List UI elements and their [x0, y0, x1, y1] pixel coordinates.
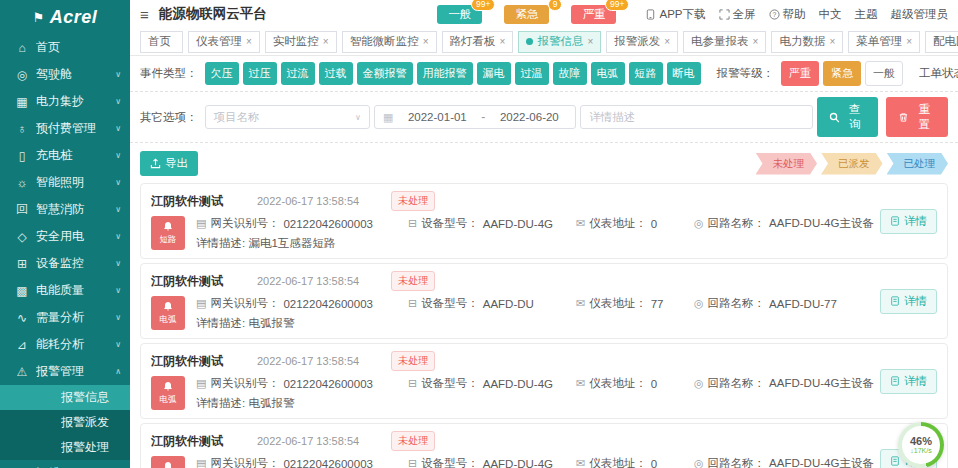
tab-menu-management[interactable]: 菜单管理× [848, 31, 920, 53]
user-menu[interactable]: 超级管理员 [891, 7, 949, 22]
alarm-count-pill[interactable]: 一般99+ [437, 5, 482, 24]
search-button[interactable]: 查询 [817, 97, 879, 137]
tab-close-icon[interactable]: × [753, 36, 759, 47]
tab-realtime-monitor[interactable]: 实时监控× [265, 31, 337, 53]
tab-power-data[interactable]: 电力数据× [771, 31, 843, 53]
sidebar-item-demand-analysis[interactable]: ∿ 需量分析 ∨ [0, 304, 130, 331]
sidebar-item-prepaid[interactable]: ♁ 预付费管理 ∨ [0, 115, 130, 142]
tab-close-icon[interactable]: × [323, 36, 329, 47]
event-type-tag[interactable]: 过流 [281, 62, 315, 85]
detail-button[interactable]: 详情 [880, 369, 937, 394]
tab-close-icon[interactable]: × [246, 36, 252, 47]
sidebar-item-label: 智能照明 [36, 174, 108, 191]
device-icon: ⊟ [408, 377, 417, 390]
date-range-picker[interactable]: ▦ - [374, 105, 576, 129]
tab-close-icon[interactable]: × [587, 36, 593, 47]
sidebar-item-charging-pile[interactable]: ▯ 充电桩 ∨ [0, 142, 130, 169]
sidebar-item-smart-lighting[interactable]: ☼ 智能照明 ∨ [0, 169, 130, 196]
detail-button[interactable]: 详情 [880, 289, 937, 314]
status-ribbon[interactable]: 未处理 [756, 153, 818, 175]
sidebar-item-alarm-dispatch[interactable]: 报警派发 [0, 410, 130, 435]
alarm-fields: ▤网关识别号：02122042600003 ⊟设备型号：AAFD-DU-4G ✉… [196, 376, 880, 411]
tab-streetlight-board[interactable]: 路灯看板× [442, 31, 514, 53]
status-ribbon[interactable]: 已处理 [887, 153, 949, 175]
tab-alarm-info[interactable]: 报警信息× [518, 31, 601, 53]
tab-close-icon[interactable]: × [423, 36, 429, 47]
alarm-level-tag[interactable]: 严重 [781, 61, 819, 86]
search-icon [829, 112, 840, 123]
gateway-field: ▤网关识别号：02122042600003 [196, 456, 408, 468]
performance-gauge[interactable]: 46% ↓17K/s [898, 422, 944, 468]
date-end-input[interactable] [491, 110, 567, 124]
event-type-tag[interactable]: 过载 [319, 62, 353, 85]
chevron-icon: ∨ [115, 70, 121, 79]
circuit-name-value: AAFD-DU-4G主设备 [769, 216, 874, 231]
reset-button[interactable]: 重置 [886, 97, 948, 137]
export-button[interactable]: 导出 [140, 151, 198, 176]
tab-eparam-report[interactable]: 电参量报表× [683, 31, 766, 53]
sidebar-item-icon: ⊿ [15, 338, 29, 352]
menu-toggle-icon[interactable]: ≡ [140, 6, 149, 23]
help-link[interactable]: ? 帮助 [769, 7, 806, 22]
tab-home[interactable]: 首页 [140, 31, 183, 53]
sidebar-item-alarm-info[interactable]: 报警信息 [0, 385, 130, 410]
tab-close-icon[interactable]: × [829, 36, 835, 47]
alarm-card-body: 电弧 ▤网关识别号：02122042600003 ⊟设备型号：AAFD-DU-4… [151, 376, 880, 411]
tab-distribution-diagram[interactable]: 配电图× [925, 31, 958, 53]
event-type-tag[interactable]: 金额报警 [357, 62, 413, 85]
sidebar-item-safe-power[interactable]: ◇ 安全用电 ∨ [0, 223, 130, 250]
sidebar-item-alarm-handle[interactable]: 报警处理 [0, 435, 130, 460]
sidebar-item-ops-management[interactable]: ⚒ 运维管理 ∨ [0, 460, 130, 468]
tab-smart-breaker-monitor[interactable]: 智能微断监控× [342, 31, 437, 53]
event-type-tag[interactable]: 欠压 [205, 62, 239, 85]
app-download-link[interactable]: APP下载 [645, 7, 705, 22]
gateway-value: 02122042600003 [283, 298, 373, 310]
sidebar-item-label: 智慧消防 [36, 201, 108, 218]
sidebar-item-label: 报警派发 [61, 414, 114, 431]
event-type-tag[interactable]: 短路 [629, 62, 663, 85]
event-type-tag[interactable]: 过压 [243, 62, 277, 85]
sidebar-item-label: 报警管理 [36, 363, 108, 380]
alarm-type-label: 电弧 [160, 314, 177, 326]
chevron-icon: ∨ [115, 232, 121, 241]
detail-desc-input[interactable] [580, 105, 812, 129]
sidebar-item-alarm-management[interactable]: ⚠ 报警管理 ∧ [0, 358, 130, 385]
sidebar-item-cockpit[interactable]: ◎ 驾驶舱 ∨ [0, 61, 130, 88]
tab-alarm-dispatch[interactable]: 报警派发× [606, 31, 678, 53]
alarm-level-tag[interactable]: 一般 [865, 61, 903, 86]
sidebar-item-smart-fire[interactable]: 回 智慧消防 ∨ [0, 196, 130, 223]
tab-close-icon[interactable]: × [906, 36, 912, 47]
language-switcher[interactable]: 中文 [819, 7, 842, 22]
alarm-count-pill[interactable]: 严重99+ [571, 5, 616, 24]
event-type-tag[interactable]: 漏电 [477, 62, 511, 85]
alarm-type-label: 电弧 [160, 394, 177, 406]
project-select[interactable]: 项目名称 ∨ [205, 105, 370, 129]
event-type-tag[interactable]: 用能报警 [417, 62, 473, 85]
sidebar-item-home[interactable]: ⌂ 首页 [0, 34, 130, 61]
sidebar-item-device-monitor[interactable]: ⊞ 设备监控 ∨ [0, 250, 130, 277]
sidebar-item-energy-analysis[interactable]: ⊿ 能耗分析 ∨ [0, 331, 130, 358]
fullscreen-link[interactable]: 全屏 [719, 7, 756, 22]
theme-switcher[interactable]: 主题 [855, 7, 878, 22]
sidebar-item-power-quality[interactable]: ▩ 电能质量 ∨ [0, 277, 130, 304]
date-start-input[interactable] [399, 110, 475, 124]
device-icon: ⊟ [408, 217, 417, 230]
status-ribbon[interactable]: 已派发 [821, 153, 883, 175]
tab-meter-management[interactable]: 仪表管理× [188, 31, 260, 53]
detail-button[interactable]: 详情 [880, 209, 937, 234]
app-root: ⚑ Acrel ⌂ 首页 ◎ 驾驶舱 ∨ ▦ 电力集抄 ∨ ♁ 预付 [0, 0, 958, 468]
alarm-count-pill[interactable]: 紧急9 [504, 5, 549, 24]
event-type-tag[interactable]: 过温 [515, 62, 549, 85]
gauge-percent: 46% [910, 436, 932, 448]
tab-close-icon[interactable]: × [664, 36, 670, 47]
alarm-level-tag[interactable]: 紧急 [823, 61, 861, 86]
tab-label: 电力数据 [779, 34, 825, 49]
event-type-tag[interactable]: 电弧 [591, 62, 625, 85]
sidebar-item-icon: ◇ [15, 230, 29, 244]
event-type-tag[interactable]: 断电 [667, 62, 701, 85]
alarm-type-icon: 故障 [151, 456, 185, 468]
event-type-tag[interactable]: 故障 [553, 62, 587, 85]
bell-icon [162, 461, 174, 468]
tab-close-icon[interactable]: × [500, 36, 506, 47]
sidebar-item-power-collection[interactable]: ▦ 电力集抄 ∨ [0, 88, 130, 115]
